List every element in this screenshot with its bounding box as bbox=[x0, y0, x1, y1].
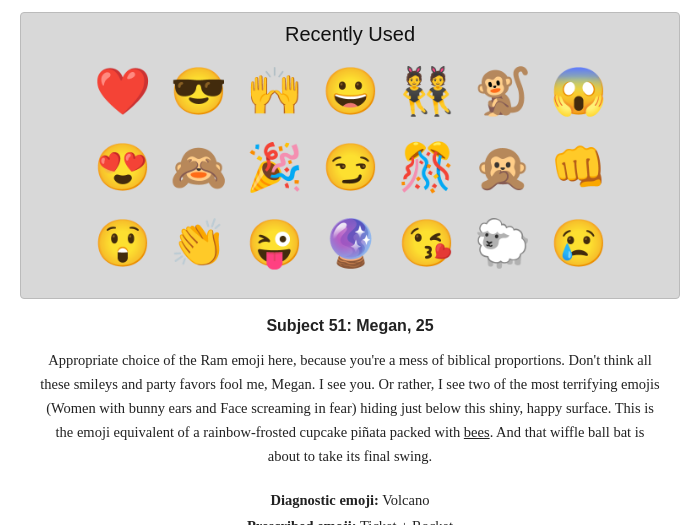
emoji-kissing-heart[interactable]: 😘 bbox=[390, 208, 462, 280]
emoji-row-1: ❤️ 😎 🙌 😀 👯 🐒 😱 bbox=[37, 56, 663, 128]
content-area: Subject 51: Megan, 25 Appropriate choice… bbox=[0, 317, 700, 525]
emoji-screaming-fear[interactable]: 😱 bbox=[542, 56, 614, 128]
emoji-disappointed[interactable]: 😢 bbox=[542, 208, 614, 280]
emoji-astonished[interactable]: 😲 bbox=[86, 208, 158, 280]
underlined-bees: bees bbox=[464, 424, 490, 440]
emoji-monkey[interactable]: 🐒 bbox=[466, 56, 538, 128]
emoji-party-popper[interactable]: 🎉 bbox=[238, 132, 310, 204]
emoji-see-no-evil[interactable]: 🙈 bbox=[162, 132, 234, 204]
diagnostic-line-2: Prescribed emoji: Ticket + Rocket bbox=[40, 513, 660, 525]
emoji-raised-hands[interactable]: 🙌 bbox=[238, 56, 310, 128]
prescribed-value: Ticket + Rocket bbox=[360, 518, 453, 525]
emoji-fist[interactable]: 👊 bbox=[542, 132, 614, 204]
emoji-smirk[interactable]: 😏 bbox=[314, 132, 386, 204]
emoji-confetti[interactable]: 🎊 bbox=[390, 132, 462, 204]
emoji-sunglasses[interactable]: 😎 bbox=[162, 56, 234, 128]
body-paragraph: Appropriate choice of the Ram emoji here… bbox=[40, 349, 660, 469]
emoji-speak-no-evil[interactable]: 🙊 bbox=[466, 132, 538, 204]
subject-title: Subject 51: Megan, 25 bbox=[40, 317, 660, 335]
emoji-row-3: 😲 👏 😜 🔮 😘 🐑 😢 bbox=[37, 208, 663, 280]
panel-title: Recently Used bbox=[37, 23, 663, 46]
emoji-crystal-ball[interactable]: 🔮 bbox=[314, 208, 386, 280]
prescribed-label: Prescribed emoji: bbox=[247, 518, 357, 525]
emoji-row-2: 😍 🙈 🎉 😏 🎊 🙊 👊 bbox=[37, 132, 663, 204]
emoji-heart[interactable]: ❤️ bbox=[86, 56, 158, 128]
emoji-grinning[interactable]: 😀 bbox=[314, 56, 386, 128]
diagnostic-label: Diagnostic emoji: bbox=[271, 492, 379, 508]
diagnostic-value: Volcano bbox=[382, 492, 429, 508]
emoji-panel: Recently Used ❤️ 😎 🙌 😀 👯 🐒 😱 😍 🙈 🎉 😏 🎊 🙊… bbox=[20, 12, 680, 299]
emoji-bunny-girls[interactable]: 👯 bbox=[390, 56, 462, 128]
emoji-heart-eyes[interactable]: 😍 bbox=[86, 132, 158, 204]
emoji-stuck-out-tongue[interactable]: 😜 bbox=[238, 208, 310, 280]
emoji-clapping[interactable]: 👏 bbox=[162, 208, 234, 280]
diagnostic-line-1: Diagnostic emoji: Volcano bbox=[40, 487, 660, 513]
emoji-ram-sheep[interactable]: 🐑 bbox=[466, 208, 538, 280]
